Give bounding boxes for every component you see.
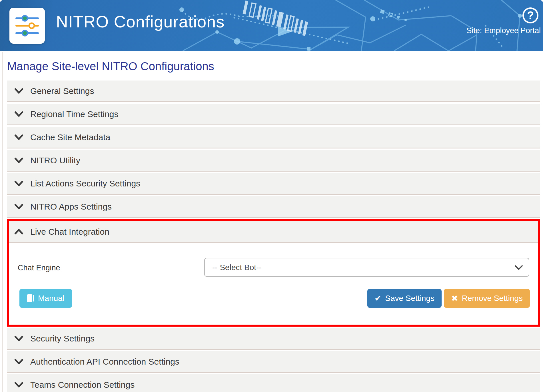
section-header-regional-time-settings[interactable]: Regional Time Settings [7,104,540,125]
x-icon: ✖ [451,294,458,303]
section-header-nitro-apps-settings[interactable]: NITRO Apps Settings [7,196,540,218]
section-title: NITRO Utility [30,156,80,165]
chevron-down-icon [14,335,23,341]
chevron-down-icon [14,382,23,388]
chevron-down-icon [14,359,23,365]
save-button-label: Save Settings [385,294,434,303]
app-title: NITRO Configurations [56,12,225,31]
section-title: NITRO Apps Settings [30,202,112,212]
chevron-up-icon [14,229,23,235]
manual-button-label: Manual [38,294,64,303]
section-title: Authentication API Connection Settings [30,357,179,367]
book-icon [27,294,34,302]
section-header-cache-site-metadata[interactable]: Cache Site Metadata [7,127,540,148]
app-header-banner: NITRO Configurations ? Site: Employee Po… [0,0,543,51]
section-header-general-settings[interactable]: General Settings [7,81,540,102]
section-header-live-chat-integration[interactable]: Live Chat Integration [9,221,538,243]
section-header-teams-connection-settings[interactable]: Teams Connection Settings [7,374,540,392]
live-chat-integration-highlight-box: Live Chat Integration Chat Engine -- Sel… [7,219,540,327]
sliders-icon [14,13,40,39]
section-header-authentication-api-connection-settings[interactable]: Authentication API Connection Settings [7,351,540,373]
check-icon: ✔ [374,294,381,303]
remove-button-label: Remove Settings [462,294,523,303]
site-indicator: Site: Employee Portal [466,26,541,35]
page-left-border [2,52,3,392]
chat-engine-select[interactable]: -- Select Bot-- [204,258,529,277]
section-title: Cache Site Metadata [30,132,110,142]
app-logo [9,8,45,44]
section-header-nitro-utility[interactable]: NITRO Utility [7,150,540,172]
section-title: Security Settings [30,334,95,343]
section-header-list-actions-security-settings[interactable]: List Actions Security Settings [7,173,540,195]
chevron-down-icon [14,111,23,117]
section-title: Regional Time Settings [30,109,119,119]
live-chat-integration-panel: Chat Engine -- Select Bot-- Manual ✔ Sav… [9,243,538,325]
chevron-down-icon [14,180,23,186]
page-title: Manage Site-level NITRO Configurations [7,60,540,73]
chat-engine-label: Chat Engine [18,264,60,272]
save-settings-button[interactable]: ✔ Save Settings [367,289,442,308]
site-link[interactable]: Employee Portal [484,26,541,35]
section-title: General Settings [30,86,94,96]
manual-button[interactable]: Manual [19,289,72,308]
section-title: Live Chat Integration [30,227,109,237]
main-content: Manage Site-level NITRO Configurations G… [0,60,543,392]
help-icon[interactable]: ? [522,7,538,23]
help-glyph: ? [527,9,534,22]
remove-settings-button[interactable]: ✖ Remove Settings [444,289,530,308]
chevron-down-icon [14,157,23,163]
chevron-down-icon [14,88,23,94]
chevron-down-icon [14,134,23,140]
site-prefix-label: Site: [466,26,482,35]
chat-engine-select-wrap: -- Select Bot-- [204,258,529,277]
section-header-security-settings[interactable]: Security Settings [7,328,540,350]
section-title: List Actions Security Settings [30,179,140,188]
section-title: Teams Connection Settings [30,380,135,390]
chevron-down-icon [14,204,23,210]
